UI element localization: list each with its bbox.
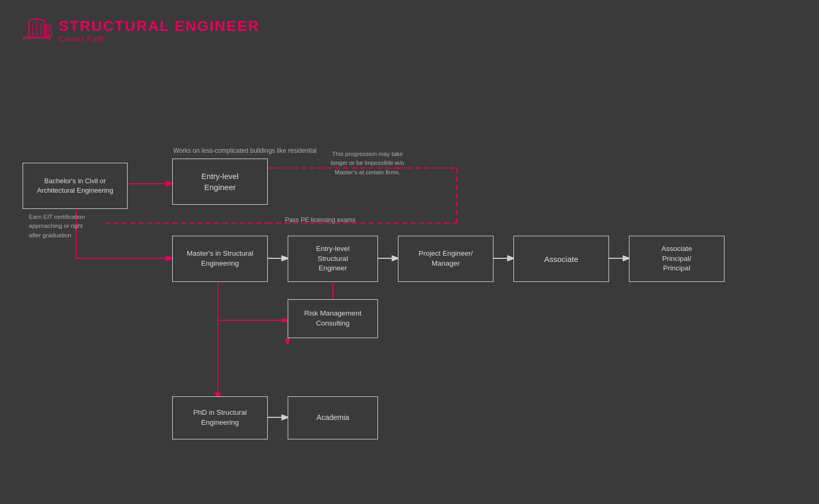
associate-principal-box: Associate Principal/ Principal bbox=[629, 236, 724, 282]
works-on-buildings-annotation: Works on less-complicated buildings like… bbox=[173, 146, 326, 155]
diagram: Bachelor's in Civil or Architectural Eng… bbox=[0, 0, 819, 504]
earn-eit-annotation: Earn EIT certification approaching or ri… bbox=[29, 213, 129, 240]
progression-annotation: This progression may take longer or be i… bbox=[310, 150, 425, 177]
project-manager-box: Project Engineer/ Manager bbox=[398, 236, 494, 282]
risk-management-box: Risk Management Consulting bbox=[288, 299, 378, 338]
phd-box: PhD in Structural Engineering bbox=[172, 396, 268, 439]
pass-pe-annotation: Pass PE licensing exams bbox=[273, 215, 368, 225]
entry-level-engineer-box: Entry-level Engineer bbox=[172, 159, 268, 205]
associate-box: Associate bbox=[513, 236, 609, 282]
academia-box: Academia bbox=[288, 396, 378, 439]
bachelors-box: Bachelor's in Civil or Architectural Eng… bbox=[23, 163, 128, 209]
masters-box: Master's in Structural Engineering bbox=[172, 236, 268, 282]
entry-structural-box: Entry-level Structural Engineer bbox=[288, 236, 378, 282]
